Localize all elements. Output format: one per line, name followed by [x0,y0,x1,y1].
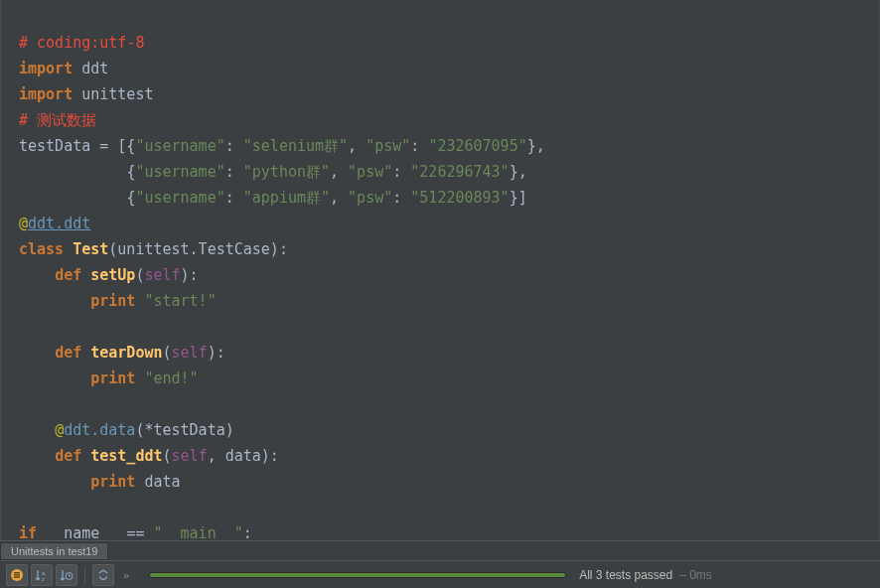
code-token: data [225,447,261,465]
code-token [19,447,55,465]
svg-rect-1 [14,572,20,574]
code-token: (unittest.TestCase): [108,240,288,258]
svg-text:z: z [42,576,45,582]
code-line: # 测试数据 [19,111,96,129]
code-token: print [90,369,144,387]
code-line: # coding:utf-8 [19,34,144,52]
code-token: def [55,344,90,362]
code-token [19,189,126,207]
code-token: ): [261,447,279,465]
code-token: "psw" [348,163,392,181]
code-token: "psw" [348,189,392,207]
code-token: : [225,189,243,207]
code-token: ddt [73,60,108,77]
code-token: "appium群" [243,189,330,207]
code-token: [{ [117,137,135,155]
code-token: def [55,266,90,284]
code-token: class [19,240,73,258]
code-token: ddt.ddt [28,215,90,232]
code-token: print [90,292,144,310]
code-token: : [243,524,252,540]
code-token [19,369,90,387]
code-token: ddt.data [64,421,135,439]
code-token: "psw" [366,137,410,155]
code-token: "username" [135,189,224,207]
code-token: @ [55,421,64,439]
run-tab[interactable]: Unittests in test19 [0,542,108,560]
code-token: setUp [90,266,135,284]
test-result-text: All 3 tests passed [579,568,672,582]
code-editor[interactable]: # coding:utf-8 import ddt import unittes… [0,0,880,540]
code-token: testData [19,137,99,155]
code-token [19,344,55,362]
code-token [19,473,90,491]
code-token: "__main__" [153,524,242,540]
toolbar-separator [84,566,85,584]
code-token: ( [163,447,172,465]
code-token: ): [208,344,225,362]
code-token: : [225,137,243,155]
code-token: print [90,473,144,491]
code-token: , [330,189,348,207]
code-token: Test [73,240,108,258]
code-token: "end!" [144,369,198,387]
code-token: == [126,524,153,540]
code-token: ( [163,344,172,362]
code-token [19,163,126,181]
code-token: self [172,447,208,465]
code-token: , [208,447,225,465]
code-token: "512200893" [410,189,509,207]
expand-indicator[interactable]: » [123,569,130,581]
code-token: "232607095" [428,137,526,155]
code-token: (*testData) [135,421,233,439]
sort-by-duration-button[interactable] [56,564,77,586]
code-token: "username" [135,137,224,155]
code-token: unittest [73,85,153,103]
code-token [19,266,55,284]
run-tab-strip: Unittests in test19 [0,540,880,560]
code-token: "226296743" [410,163,509,181]
svg-rect-3 [14,576,20,578]
code-token: : [392,163,410,181]
show-passed-button[interactable] [6,564,28,586]
code-token: "username" [135,163,224,181]
code-token: test_ddt [90,447,162,465]
test-toolbar: a z » All 3 tests passed – 0ms [0,560,880,588]
code-token: @ [19,215,28,232]
code-token [19,292,90,310]
code-token: , [330,163,348,181]
sort-alphabetically-button[interactable]: a z [31,564,53,586]
code-token: self [144,266,180,284]
code-token: import [19,85,73,103]
code-token: data [144,473,180,491]
test-progress-bar [149,572,566,578]
code-token [19,421,55,439]
code-token: = [99,137,117,155]
code-token: "python群" [243,163,330,181]
code-token: : [392,189,410,207]
code-token: import [19,60,73,77]
code-token: "start!" [144,292,216,310]
code-token: ): [181,266,199,284]
code-token: tearDown [90,344,162,362]
code-token: , [348,137,366,155]
code-token: }] [510,189,527,207]
code-token: def [55,447,90,465]
code-token: }, [527,137,545,155]
code-token: "selenium群" [243,137,348,155]
code-token: : [410,137,428,155]
code-token: __name__ [46,524,126,540]
test-timing-text: – 0ms [679,568,712,582]
code-token: }, [510,163,527,181]
code-token: self [172,344,208,362]
expand-all-button[interactable] [92,564,114,586]
svg-rect-2 [14,574,20,576]
code-token: : [225,163,243,181]
code-token: if [19,524,46,540]
